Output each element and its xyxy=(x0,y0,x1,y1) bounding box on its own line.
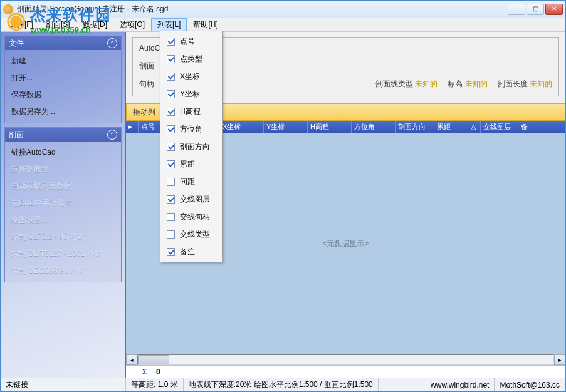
dropdown-item-12[interactable]: 备注 xyxy=(162,243,221,260)
panel-section-title: 剖面 xyxy=(9,130,24,140)
menu-options[interactable]: 选项[O] xyxy=(113,18,151,31)
menu-list[interactable]: 列表[L] xyxy=(151,18,187,31)
scroll-right-button[interactable]: ▸ xyxy=(554,354,565,365)
sidebar-item-draw-cecs99[interactable]: 绘制 CECS99:98 格式 xyxy=(5,262,121,279)
dropdown-item-6[interactable]: 剖面方向 xyxy=(162,138,221,155)
checkbox-icon[interactable] xyxy=(167,178,175,186)
app-window: 剖面精灵[SectionGenius] 未注册 - 未命名.sgd — ▢ ✕ … xyxy=(0,0,566,392)
col-distance[interactable]: 累距 xyxy=(434,121,468,133)
scroll-thumb[interactable] xyxy=(138,355,169,364)
collapse-icon: ⌃ xyxy=(107,130,117,140)
panel-file-header[interactable]: 文件 ⌃ xyxy=(5,36,121,50)
summary-row: Σ 0 xyxy=(126,365,565,378)
sigma-icon: Σ xyxy=(137,368,152,376)
checkbox-icon[interactable] xyxy=(167,248,175,256)
dropdown-item-label: 点类型 xyxy=(180,54,202,64)
panel-section-header[interactable]: 剖面 ⌃ xyxy=(5,128,121,142)
col-azimuth[interactable]: 方位角 xyxy=(352,121,396,133)
col-remark[interactable]: 备 xyxy=(518,121,528,133)
dropdown-item-label: 点号 xyxy=(180,36,195,47)
dropdown-item-label: 剖面方向 xyxy=(180,142,210,152)
checkbox-icon[interactable] xyxy=(167,90,175,98)
checkbox-icon[interactable] xyxy=(167,125,175,133)
dropdown-item-7[interactable]: 累距 xyxy=(162,155,221,173)
dropdown-item-label: 交线句柄 xyxy=(180,212,210,222)
col-cross-layer[interactable]: 交线图层 xyxy=(481,121,518,133)
checkbox-icon[interactable] xyxy=(167,143,175,151)
checkbox-icon[interactable] xyxy=(167,230,175,239)
sidebar-item-new[interactable]: 新建 xyxy=(5,53,121,70)
info-section-label: 剖面 xyxy=(139,61,154,71)
dropdown-item-label: 交线类型 xyxy=(180,229,210,240)
col-expand[interactable]: ▸ xyxy=(126,121,139,133)
col-y[interactable]: Y坐标 xyxy=(264,121,308,133)
sidebar-item-manual-point[interactable]: 在CAD中手动取点 xyxy=(5,195,121,212)
checkbox-icon[interactable] xyxy=(167,73,175,81)
status-email[interactable]: MothSoft@163.cc xyxy=(495,378,565,391)
dropdown-item-11[interactable]: 交线类型 xyxy=(162,225,221,243)
maximize-button[interactable]: ▢ xyxy=(527,4,544,15)
sidebar-item-auto-data[interactable]: 自动获取剖面数据 xyxy=(5,178,121,195)
dropdown-item-label: 累距 xyxy=(180,159,195,170)
panel-file: 文件 ⌃ 新建 打开... 保存数据 数据另存为... xyxy=(4,36,122,123)
menu-file[interactable]: 文件[F] xyxy=(3,18,39,31)
dropdown-item-label: 交线图层 xyxy=(180,194,210,205)
status-contour: 等高距: 1.0 米 xyxy=(126,378,184,391)
status-website[interactable]: www.wingbird.net xyxy=(426,378,495,391)
dropdown-item-label: X坐标 xyxy=(180,71,200,82)
sidebar-item-select-line[interactable]: 选择剖面线 xyxy=(5,161,121,178)
sidebar-item-saveas[interactable]: 数据另存为... xyxy=(5,103,121,120)
status-link: 未链接 xyxy=(1,378,126,391)
sum-value: 0 xyxy=(152,368,164,376)
dropdown-item-10[interactable]: 交线句柄 xyxy=(162,208,221,225)
menu-help[interactable]: 帮助[H] xyxy=(187,18,224,31)
checkbox-icon[interactable] xyxy=(167,160,175,168)
dropdown-item-8[interactable]: 间距 xyxy=(162,173,221,190)
sidebar-item-draw-sl73[interactable]: 绘制 SL73.2 - 95 格式 xyxy=(5,229,121,245)
col-delta[interactable]: △ xyxy=(468,121,481,133)
dropdown-item-label: H高程 xyxy=(180,106,201,117)
checkbox-icon[interactable] xyxy=(167,38,175,46)
col-x[interactable]: X坐标 xyxy=(220,121,264,133)
dropdown-item-label: Y坐标 xyxy=(180,89,200,100)
dropdown-item-0[interactable]: 点号 xyxy=(162,33,221,50)
close-button[interactable]: ✕ xyxy=(545,4,563,15)
titlebar[interactable]: 剖面精灵[SectionGenius] 未注册 - 未命名.sgd — ▢ ✕ xyxy=(1,1,565,18)
checkbox-icon[interactable] xyxy=(167,213,175,221)
sidebar-item-link-autocad[interactable]: 链接AutoCad xyxy=(5,144,121,161)
sidebar-item-draw-settings[interactable]: 绘图设置... xyxy=(5,212,121,229)
statusbar: 未链接 等高距: 1.0 米 地表线下深度:20米 绘图水平比例1:500 / … xyxy=(1,378,565,391)
menu-data[interactable]: 数据[D] xyxy=(76,18,113,31)
sidebar-item-draw-dlt5127[interactable]: 绘制 DL/T5127 - 2001 格式 xyxy=(5,245,121,262)
dropdown-item-3[interactable]: Y坐标 xyxy=(162,85,221,103)
menu-section[interactable]: 剖面[S] xyxy=(39,18,76,31)
info-linetype-value: 未知的 xyxy=(415,80,438,88)
no-data-text: <无数据显示> xyxy=(322,239,369,249)
scroll-track[interactable] xyxy=(137,354,554,365)
info-elev-value: 未知的 xyxy=(465,80,488,88)
sidebar: 文件 ⌃ 新建 打开... 保存数据 数据另存为... 剖面 ⌃ 链接AutoC… xyxy=(1,32,126,378)
checkbox-icon[interactable] xyxy=(167,108,175,116)
minimize-button[interactable]: — xyxy=(508,4,525,15)
status-depth: 地表线下深度:20米 绘图水平比例1:500 / 垂直比例1:500 xyxy=(184,378,379,391)
col-h[interactable]: H高程 xyxy=(308,121,352,133)
info-elev-label: 标高 xyxy=(448,80,463,88)
checkbox-icon[interactable] xyxy=(167,55,175,63)
dropdown-item-label: 备注 xyxy=(180,247,195,257)
dropdown-item-9[interactable]: 交线图层 xyxy=(162,190,221,208)
scroll-left-button[interactable]: ◂ xyxy=(126,354,137,365)
dropdown-item-4[interactable]: H高程 xyxy=(162,103,221,120)
info-handle-label: 句柄 xyxy=(139,79,154,90)
sidebar-item-save[interactable]: 保存数据 xyxy=(5,86,121,103)
horizontal-scrollbar[interactable]: ◂ ▸ xyxy=(126,354,565,365)
dropdown-item-1[interactable]: 点类型 xyxy=(162,50,221,68)
dropdown-item-5[interactable]: 方位角 xyxy=(162,120,221,138)
dropdown-item-2[interactable]: X坐标 xyxy=(162,68,221,85)
panel-section: 剖面 ⌃ 链接AutoCad 选择剖面线 自动获取剖面数据 在CAD中手动取点 … xyxy=(4,127,122,282)
collapse-icon: ⌃ xyxy=(107,38,117,48)
col-direction[interactable]: 剖面方向 xyxy=(396,121,434,133)
dropdown-item-label: 间距 xyxy=(180,177,195,187)
sidebar-item-open[interactable]: 打开... xyxy=(5,70,121,86)
dropdown-item-label: 方位角 xyxy=(180,124,202,135)
checkbox-icon[interactable] xyxy=(167,195,175,204)
